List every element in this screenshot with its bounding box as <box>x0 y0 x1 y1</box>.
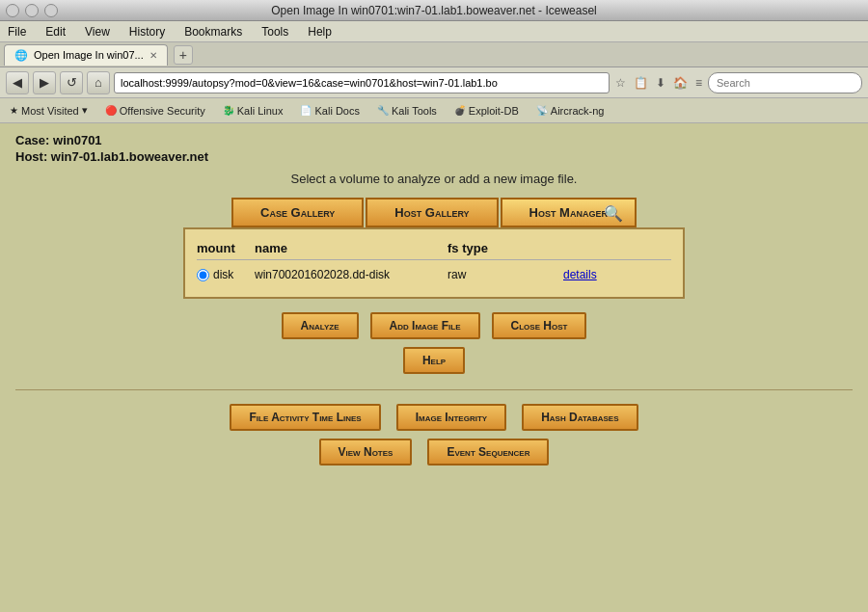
minimize-button[interactable] <box>25 4 39 17</box>
analyze-button[interactable]: Analyze <box>282 312 359 339</box>
exploit-icon: 💣 <box>454 105 466 116</box>
image-integrity-button[interactable]: Image Integrity <box>396 404 506 431</box>
bookmark-kali-tools[interactable]: 🔧 Kali Tools <box>373 103 441 119</box>
col-mount: mount <box>197 241 255 255</box>
bookmark-most-visited[interactable]: ★ Most Visited ▾ <box>6 102 92 119</box>
window-title: Open Image In win0701:win7-01.lab1.bowea… <box>0 4 868 17</box>
action-buttons-row: Analyze Add Image File Close Host <box>15 312 853 339</box>
volume-table: mount name fs type disk win700201602028.… <box>183 227 685 299</box>
mount-value: disk <box>213 268 233 281</box>
file-activity-button[interactable]: File Activity Time Lines <box>230 404 380 431</box>
gallery-tabs: Case Gallery Host Gallery Host Manager 🔍 <box>15 198 853 227</box>
section-divider <box>15 389 853 390</box>
col-name: name <box>255 241 448 255</box>
menubar: File Edit View History Bookmarks Tools H… <box>0 21 868 42</box>
tools-row-2: View Notes Event Sequencer <box>15 439 853 466</box>
hash-databases-button[interactable]: Hash Databases <box>522 404 637 431</box>
bookmark-exploit-db[interactable]: 💣 Exploit-DB <box>450 103 523 119</box>
reader-icon[interactable]: 📋 <box>632 74 650 92</box>
star-icon: ★ <box>10 105 18 116</box>
case-label: Case: win0701 <box>15 133 853 147</box>
bookmark-label: Most Visited <box>21 105 79 117</box>
bookmark-label: Kali Tools <box>392 105 437 117</box>
home-icon-2[interactable]: 🏠 <box>671 74 690 92</box>
browser-tab[interactable]: 🌐 Open Image In win07... ✕ <box>4 44 168 66</box>
bookmark-label: Exploit-DB <box>469 105 519 117</box>
menu-edit[interactable]: Edit <box>41 23 69 40</box>
magnifier-icon: 🔍 <box>604 203 623 222</box>
tab-close-button[interactable]: ✕ <box>149 50 157 61</box>
kali-icon: 🐉 <box>223 105 234 116</box>
download-icon[interactable]: ⬇ <box>654 74 667 92</box>
table-row: disk win700201602028.dd-disk raw details <box>197 264 671 285</box>
chevron-down-icon: ▾ <box>82 104 88 117</box>
bookmark-label: Offensive Security <box>120 105 205 117</box>
new-tab-button[interactable]: + <box>174 45 193 65</box>
host-gallery-tab[interactable]: Host Gallery <box>366 198 498 227</box>
volume-radio[interactable] <box>197 269 209 281</box>
bookmarksbar: ★ Most Visited ▾ 🔴 Offensive Security 🐉 … <box>0 98 868 123</box>
tab-favicon: 🌐 <box>14 49 28 62</box>
case-gallery-tab[interactable]: Case Gallery <box>231 198 364 227</box>
host-manager-tab[interactable]: Host Manager 🔍 <box>501 198 637 227</box>
radio-cell: disk <box>197 268 255 281</box>
tabbar: 🌐 Open Image In win07... ✕ + <box>0 42 868 67</box>
close-host-button[interactable]: Close Host <box>492 312 587 339</box>
view-notes-button[interactable]: View Notes <box>319 439 413 466</box>
host-label: Host: win7-01.lab1.boweaver.net <box>15 149 853 164</box>
aircrack-icon: 📡 <box>536 105 548 116</box>
menu-icon[interactable]: ≡ <box>693 74 704 92</box>
close-button[interactable] <box>6 4 19 17</box>
help-button[interactable]: Help <box>403 347 465 374</box>
docs-icon: 📄 <box>300 105 312 116</box>
bookmark-kali-linux[interactable]: 🐉 Kali Linux <box>219 103 287 119</box>
forward-button[interactable]: ▶ <box>33 71 56 94</box>
addressbar: ◀ ▶ ↺ ⌂ ☆ 📋 ⬇ 🏠 ≡ <box>0 67 868 98</box>
page-content: Case: win0701 Host: win7-01.lab1.boweave… <box>0 123 868 612</box>
offensive-security-icon: 🔴 <box>105 105 117 116</box>
maximize-button[interactable] <box>44 4 58 17</box>
url-input[interactable] <box>114 72 610 93</box>
fstype-value: raw <box>448 268 563 281</box>
col-fstype: fs type <box>448 241 563 255</box>
menu-file[interactable]: File <box>4 23 30 40</box>
menu-view[interactable]: View <box>81 23 114 40</box>
menu-tools[interactable]: Tools <box>258 23 292 40</box>
tools-row-1: File Activity Time Lines Image Integrity… <box>15 404 853 431</box>
search-input[interactable] <box>708 72 862 93</box>
col-action <box>563 241 640 255</box>
bookmark-label: Kali Linux <box>237 105 284 117</box>
reload-button[interactable]: ↺ <box>60 71 83 94</box>
details-link[interactable]: details <box>563 268 640 281</box>
menu-history[interactable]: History <box>125 23 169 40</box>
tools-icon: 🔧 <box>377 105 389 116</box>
tab-label: Open Image In win07... <box>34 49 144 61</box>
name-value: win700201602028.dd-disk <box>255 268 448 281</box>
bookmark-label: Kali Docs <box>314 105 359 117</box>
back-button[interactable]: ◀ <box>6 71 29 94</box>
home-button[interactable]: ⌂ <box>87 71 110 94</box>
titlebar: Open Image In win0701:win7-01.lab1.bowea… <box>0 0 868 21</box>
help-button-row: Help <box>15 347 853 374</box>
bookmark-aircrack[interactable]: 📡 Aircrack-ng <box>532 103 609 119</box>
bookmark-star-icon[interactable]: ☆ <box>613 74 628 92</box>
menu-help[interactable]: Help <box>304 23 336 40</box>
table-header: mount name fs type <box>197 237 671 260</box>
page-subtitle: Select a volume to analyze or add a new … <box>15 172 853 186</box>
event-sequencer-button[interactable]: Event Sequencer <box>427 439 549 466</box>
add-image-button[interactable]: Add Image File <box>370 312 480 339</box>
bookmark-label: Aircrack-ng <box>551 105 605 117</box>
menu-bookmarks[interactable]: Bookmarks <box>180 23 246 40</box>
bookmark-offensive-security[interactable]: 🔴 Offensive Security <box>101 103 209 119</box>
bookmark-kali-docs[interactable]: 📄 Kali Docs <box>296 103 363 119</box>
